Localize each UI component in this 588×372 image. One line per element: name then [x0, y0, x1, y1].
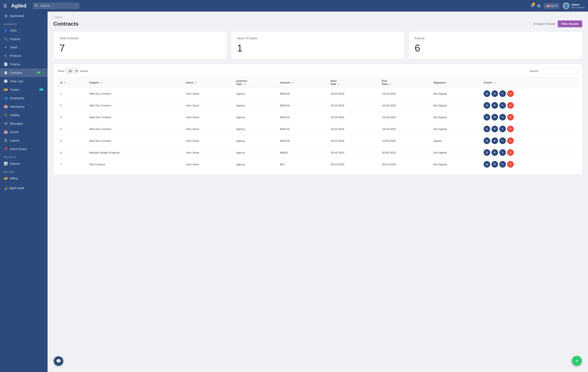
cell-contract-type: Agency [234, 158, 278, 170]
sidebar-item-projects[interactable]: 🔧 Projects [0, 35, 48, 43]
delete-button[interactable]: ✕ [507, 137, 514, 144]
sidebar-item-contracts[interactable]: 📋 Contracts +4 › [0, 68, 48, 77]
view-button[interactable]: 👁 [492, 137, 498, 144]
attendance-icon: 📅 [4, 104, 8, 108]
copy-button[interactable]: ⧉ [483, 126, 490, 132]
sidebar-item-noticeboard[interactable]: 📌 Notice Board [0, 145, 48, 153]
sidebar-item-label: Notice Board [10, 147, 44, 151]
search-control: Search: [530, 68, 578, 74]
delete-button[interactable]: ✕ [507, 114, 514, 121]
cell-subject: Web Dev Contract [87, 111, 183, 123]
copy-button[interactable]: ⧉ [483, 149, 490, 156]
sidebar-item-products[interactable]: 🛒 Products [0, 52, 48, 60]
cell-amount: $450.00 [278, 100, 328, 111]
edit-button[interactable]: ✎ [499, 90, 506, 97]
download-icon: ⬇ [533, 22, 536, 25]
tasks-icon: ≡ [4, 45, 8, 49]
contracts-badge: +4 [36, 71, 41, 74]
entries-select[interactable]: 10 25 50 100 [66, 68, 79, 74]
edit-button[interactable]: ✎ [499, 126, 506, 132]
show-entries: Show 10 25 50 100 entries [58, 68, 88, 74]
delete-button[interactable]: ✕ [507, 149, 514, 156]
cell-id: 7 [58, 158, 87, 170]
hamburger-icon[interactable]: ☰ [3, 3, 7, 8]
topnav: ☰ Agiled 🔍 ✉ 1 ⊞ 🇺🇸 En ▾ 👤 Admin Adminis… [0, 0, 588, 11]
cell-amount: $45 [278, 158, 328, 170]
tickets-icon: 🎫 [4, 88, 8, 92]
cell-end-date: 28-04-2020 [379, 158, 431, 170]
sort-icon: ⇅ [64, 82, 66, 84]
edit-button[interactable]: ✎ [499, 161, 506, 168]
sidebar-item-dashboard[interactable]: ⊞ Dashboard [0, 11, 48, 20]
sidebar-item-tasks[interactable]: ≡ Tasks › [0, 43, 48, 52]
copy-button[interactable]: ⧉ [483, 114, 490, 121]
cell-client: John Snow [183, 100, 234, 111]
copy-button[interactable]: ⧉ [483, 90, 490, 97]
cell-action: ⧉ 👁 ✎ ✕ [481, 135, 578, 147]
billing-icon: 💳 [4, 176, 8, 180]
sidebar-item-messages[interactable]: ✉ Messages [0, 119, 48, 128]
sidebar-item-billing[interactable]: 💳 Billing [0, 174, 48, 183]
edit-button[interactable]: ✎ [499, 137, 506, 144]
sidebar-item-timelogs[interactable]: 🕐 Time Logs [0, 77, 48, 85]
cell-subject: Website Design Proposal [87, 147, 183, 158]
user-info[interactable]: 👤 Admin Administrator [563, 2, 585, 9]
edit-button[interactable]: ✎ [499, 149, 506, 156]
sidebar-item-events[interactable]: 📅 Events [0, 128, 48, 136]
breadcrumb[interactable]: Home [53, 16, 582, 19]
sidebar-item-attendance[interactable]: 📅 Attendance [0, 102, 48, 111]
cell-action: ⧉ 👁 ✎ ✕ [481, 100, 578, 111]
view-button[interactable]: 👁 [492, 114, 498, 121]
col-signature: Signature [431, 77, 481, 88]
cell-signature: Not Signed [431, 100, 481, 111]
table-controls: Show 10 25 50 100 entries Search: [58, 68, 578, 74]
edit-button[interactable]: ✎ [499, 114, 506, 121]
stat-label-expired: Expired [415, 37, 576, 40]
sidebar-item-label: Reports [10, 162, 41, 165]
delete-button[interactable]: ✕ [507, 102, 514, 109]
notifications-icon[interactable]: ✉ 1 [531, 3, 534, 8]
sidebar-item-tickets[interactable]: 🎫 Tickets +5 [0, 85, 48, 94]
moon-icon: 🌙 [4, 186, 7, 190]
events-icon: 📅 [4, 130, 8, 134]
cell-signature: Not Signed [431, 111, 481, 123]
grid-icon[interactable]: ⊞ [537, 3, 540, 8]
view-button[interactable]: 👁 [492, 161, 498, 168]
delete-button[interactable]: ✕ [507, 161, 514, 168]
chat-bubble[interactable]: 💬 [54, 356, 63, 366]
view-button[interactable]: 👁 [492, 90, 498, 97]
employees-icon: 👥 [4, 96, 8, 100]
search-input[interactable] [33, 2, 79, 9]
action-buttons: ⧉ 👁 ✎ ✕ [483, 102, 575, 109]
delete-button[interactable]: ✕ [507, 90, 514, 97]
edit-button[interactable]: ✎ [499, 102, 506, 109]
sidebar-item-crm[interactable]: 👤 CRM › [0, 26, 48, 35]
sidebar-item-holiday[interactable]: 🌴 Holiday [0, 111, 48, 119]
cell-id: 2 [58, 100, 87, 111]
view-button[interactable]: 👁 [492, 102, 498, 109]
layout: ⊞ Dashboard BUSINESS 👤 CRM › 🔧 Projects … [0, 11, 588, 372]
delete-button[interactable]: ✕ [507, 126, 514, 132]
language-button[interactable]: 🇺🇸 En ▾ [544, 3, 559, 9]
sidebar-item-employees[interactable]: 👥 Employees › [0, 94, 48, 102]
copy-button[interactable]: ⧉ [483, 137, 490, 144]
fab-add-button[interactable]: + [572, 356, 582, 366]
copy-button[interactable]: ⧉ [483, 102, 490, 109]
sidebar-item-finance[interactable]: 📄 Finance › [0, 60, 48, 68]
timelogs-icon: 🕐 [4, 79, 8, 83]
view-button[interactable]: 👁 [492, 126, 498, 132]
filter-button[interactable]: Filter Results [558, 21, 582, 27]
table-row: 2 Web Dev Contract John Snow Agency $450… [58, 100, 578, 111]
export-button[interactable]: ⬇ Export To Excel [533, 22, 555, 25]
cell-client: John Snow [183, 135, 234, 147]
copy-button[interactable]: ⧉ [483, 161, 490, 168]
dashboard-icon: ⊞ [4, 14, 8, 18]
sort-icon: ⇅ [195, 82, 196, 84]
view-button[interactable]: 👁 [492, 149, 498, 156]
holiday-icon: 🌴 [4, 113, 8, 117]
night-mode-toggle[interactable]: 🌙 Night mode [0, 184, 48, 192]
col-action: Action ⇅ [481, 77, 578, 88]
sidebar-item-leaves[interactable]: 🍃 Leaves [0, 136, 48, 145]
sidebar-item-reports[interactable]: 📊 Reports › [0, 159, 48, 168]
table-search-input[interactable] [541, 68, 578, 74]
